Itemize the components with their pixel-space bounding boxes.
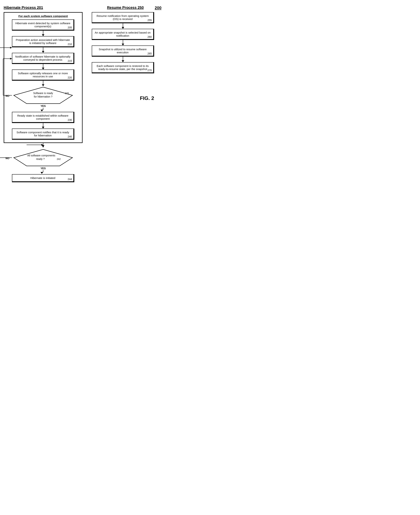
box-205-number: 205 (68, 26, 72, 29)
arrow-265-270 (88, 57, 158, 62)
box-205-text: Hibernate event detected by system softw… (15, 22, 70, 28)
yes-label-242: YES (41, 167, 46, 170)
yes-arrow (41, 110, 43, 111)
arrow-255-260 (88, 23, 158, 29)
yes-area-225: YES (6, 104, 80, 111)
box-215-text: Notification of software hibernate is op… (15, 55, 70, 61)
no-loop-242 (12, 143, 74, 148)
box-265-number: 265 (148, 52, 152, 55)
svg-marker-9 (42, 145, 45, 147)
box-220: Software optionally releases one or more… (12, 69, 74, 81)
diamond-225-svg: Software is ready for hibernation ? 225 (12, 86, 74, 104)
box-220-text: Software optionally releases one or more… (18, 72, 68, 78)
box-215-number: 215 (68, 59, 72, 62)
arrow-230-240 (6, 123, 80, 129)
diagram-number: 200 (155, 6, 161, 10)
box-270: Each software component is restored to i… (92, 62, 154, 73)
arrow-220-225 (6, 81, 80, 86)
box-270-text: Each software component is restored to i… (97, 64, 149, 71)
box-215: Notification of software hibernate is op… (12, 53, 74, 64)
arrow-260-265 (88, 40, 158, 45)
svg-text:225: 225 (65, 92, 69, 95)
outer-box: For each system software component Hiber… (4, 12, 82, 143)
diamond-225-container: NO Software is ready for hibernation ? 2… (12, 86, 74, 104)
yes-area-242: YES (4, 167, 82, 173)
box-244: Hibernate is initiated 244 (12, 174, 74, 182)
arrow-210-215 (6, 47, 80, 53)
box-244-text: Hibernate is initiated (30, 176, 55, 179)
box-205: Hibernate event detected by system softw… (12, 19, 74, 31)
outer-box-label: For each system software component (6, 15, 80, 18)
box-210-text: Preparation action associated with hiber… (16, 38, 70, 44)
box-210-number: 210 (68, 43, 72, 46)
box-220-number: 220 (68, 76, 72, 79)
svg-marker-7 (10, 58, 12, 59)
box-230-number: 230 (68, 118, 72, 121)
box-240-text: Software component notifies that it is r… (16, 131, 69, 137)
resume-title: Resume Process 250 (107, 6, 144, 10)
yes-label-225: YES (41, 104, 46, 107)
svg-text:242: 242 (57, 158, 61, 160)
main-container: For each system software component Hiber… (4, 12, 161, 182)
top-labels: Hibernate Process 201 Resume Process 250… (4, 6, 161, 10)
arrow-205-210 (6, 31, 80, 36)
box-255: Resume notification from operating syste… (92, 12, 154, 23)
diamond-242-container: NO All software components ready ? 242 (12, 148, 74, 167)
box-255-number: 255 (148, 19, 152, 22)
box-265: Snapshot is utilized to resume software … (92, 45, 154, 57)
box-240-number: 240 (68, 135, 72, 138)
svg-text:Software is ready: Software is ready (33, 92, 53, 95)
box-230: Ready state is established within softwa… (12, 112, 74, 123)
box-260-number: 260 (148, 35, 152, 38)
svg-text:ready ?: ready ? (36, 157, 45, 160)
left-column: For each system software component Hiber… (4, 12, 82, 182)
diamond-242-svg: All software components ready ? 242 (12, 148, 74, 167)
box-244-number: 244 (68, 178, 72, 181)
box-230-text: Ready state is established within softwa… (17, 114, 68, 120)
no-arrow-242 (0, 158, 13, 160)
arrow-240-242 (4, 143, 82, 148)
arrow-215-220 (6, 64, 80, 69)
svg-text:All software components: All software components (27, 154, 55, 157)
box-260: An appropriate snapshot is selected base… (92, 29, 154, 40)
box-260-text: An appropriate snapshot is selected base… (95, 31, 150, 37)
box-270-number: 270 (148, 69, 152, 72)
right-column: Resume notification from operating syste… (88, 12, 158, 101)
svg-text:for hibernation ?: for hibernation ? (34, 95, 52, 98)
fig2-label: FIG. 2 (88, 95, 158, 101)
box-265-text: Snapshot is utilized to resume software … (99, 48, 147, 54)
box-240: Software component notifies that it is r… (12, 129, 74, 140)
yes-arrow-242 (41, 172, 43, 174)
box-255-text: Resume notification from operating syste… (97, 14, 149, 21)
hibernate-title: Hibernate Process 201 (4, 6, 43, 10)
box-210: Preparation action associated with hiber… (12, 36, 74, 47)
